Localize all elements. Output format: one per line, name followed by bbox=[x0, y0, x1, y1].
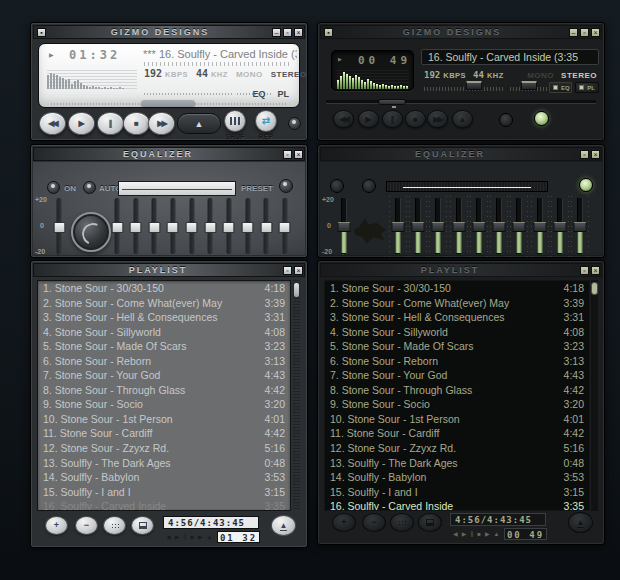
playlist-track-row[interactable]: 11. Stone Sour - Cardiff4:42 bbox=[38, 426, 290, 441]
playlist-track-row[interactable]: 10. Stone Sour - 1st Person4:01 bbox=[38, 412, 290, 427]
preamp-thumb[interactable] bbox=[53, 222, 65, 233]
eq-band-slider[interactable] bbox=[476, 198, 482, 254]
eject-button[interactable]: ▲ bbox=[177, 113, 221, 134]
eq-band-slider[interactable] bbox=[115, 198, 120, 254]
playlist-scroll-thumb[interactable] bbox=[293, 282, 300, 298]
repeat-knob[interactable] bbox=[534, 111, 549, 126]
selection-button[interactable] bbox=[103, 516, 126, 535]
playlist-toggle[interactable]: PL bbox=[575, 82, 599, 93]
menu-icon[interactable]: ▪ bbox=[37, 28, 46, 37]
next-button[interactable]: ▶▶ bbox=[148, 112, 175, 135]
playlist-track-row[interactable]: 15. Soulfly - I and I3:15 bbox=[38, 485, 290, 500]
pause-button[interactable]: ∥ bbox=[382, 110, 403, 128]
eject-button[interactable]: ▲ bbox=[452, 110, 473, 128]
playlist-track-row[interactable]: 5. Stone Sour - Made Of Scars3:23 bbox=[38, 339, 290, 354]
playlist-track-row[interactable]: 4. Stone Sour - Sillyworld4:08 bbox=[38, 325, 290, 340]
playlist-track-row[interactable]: 8. Stone Sour - Through Glass4:42 bbox=[325, 383, 589, 398]
track-title-marquee[interactable]: 16. Soulfly - Carved Inside (3:35 bbox=[421, 49, 599, 65]
playlist-track-row[interactable]: 10. Stone Sour - 1st Person4:01 bbox=[325, 412, 589, 427]
repeat-button[interactable]: ⇄ REP bbox=[252, 110, 280, 140]
mini-eject-icon[interactable]: ▲ bbox=[207, 534, 213, 540]
minimize-icon[interactable]: – bbox=[272, 28, 281, 37]
playlist-track-row[interactable]: 2. Stone Sour - Come What(ever) May3:39 bbox=[38, 296, 290, 311]
mini-next-icon[interactable]: ▶ bbox=[198, 534, 203, 540]
eq-band-slider[interactable] bbox=[395, 198, 401, 254]
pause-button[interactable]: ∥ bbox=[97, 112, 124, 135]
eq-band-slider[interactable] bbox=[456, 198, 462, 254]
right-main-titlebar[interactable]: ▪ GIZMO DESIGNS – ▫ × bbox=[320, 25, 602, 39]
mini-transport[interactable]: ◀▶∥■▶▲ bbox=[453, 531, 499, 537]
playlist-track-row[interactable]: 9. Stone Sour - Socio3:20 bbox=[325, 397, 589, 412]
remove-button[interactable]: − bbox=[362, 513, 386, 532]
shuffle-knob[interactable] bbox=[499, 113, 513, 127]
eq-band-slider[interactable] bbox=[170, 198, 175, 254]
eq-on-knob[interactable] bbox=[47, 181, 60, 194]
playlist-track-row[interactable]: 9. Stone Sour - Socio3:20 bbox=[38, 397, 290, 412]
eq-auto-knob[interactable] bbox=[362, 179, 376, 193]
playlist-track-row[interactable]: 2. Stone Sour - Come What(ever) May3:39 bbox=[325, 296, 589, 311]
playlist-track-row[interactable]: 12. Stone Sour - Zzyxz Rd.5:16 bbox=[38, 441, 290, 456]
mini-stop-icon[interactable]: ■ bbox=[190, 534, 194, 540]
playlist-track-row[interactable]: 7. Stone Sour - Your God4:43 bbox=[325, 368, 589, 383]
spectrum-analyzer[interactable] bbox=[337, 70, 409, 89]
playlist-track-row[interactable]: 16. Soulfly - Carved Inside3:35 bbox=[38, 499, 290, 511]
mini-stop-icon[interactable]: ■ bbox=[477, 531, 481, 537]
eq-band-slider[interactable] bbox=[189, 198, 194, 254]
eq-band-slider[interactable] bbox=[264, 198, 269, 254]
eq-toggle[interactable]: EQ bbox=[252, 89, 265, 99]
left-main-titlebar[interactable]: ▪ GIZMO DESIGNS – ▫ × bbox=[33, 25, 305, 39]
windowshade-icon[interactable]: ▫ bbox=[580, 150, 589, 159]
eq-preset-knob[interactable] bbox=[279, 179, 293, 193]
seek-thumb[interactable] bbox=[141, 100, 195, 107]
preamp-slider[interactable] bbox=[336, 198, 352, 268]
windowshade-icon[interactable]: ▫ bbox=[580, 266, 589, 275]
windowshade-icon[interactable]: ▫ bbox=[580, 28, 589, 37]
list-options-button[interactable] bbox=[418, 513, 442, 532]
balance-slider[interactable] bbox=[510, 83, 548, 91]
playlist-track-row[interactable]: 13. Soulfly - The Dark Ages0:48 bbox=[38, 456, 290, 471]
playlist-track-row[interactable]: 3. Stone Sour - Hell & Consequences3:31 bbox=[325, 310, 589, 325]
seek-bar[interactable] bbox=[51, 101, 287, 106]
close-icon[interactable]: × bbox=[294, 28, 303, 37]
left-eq-titlebar[interactable]: EQUALIZER ▫ × bbox=[33, 147, 305, 161]
eq-toggle[interactable]: EQ bbox=[549, 82, 572, 93]
close-icon[interactable]: × bbox=[294, 150, 303, 159]
preamp-slider[interactable] bbox=[51, 198, 67, 268]
mini-eject-icon[interactable]: ▲ bbox=[494, 531, 500, 537]
playlist-track-row[interactable]: 6. Stone Sour - Reborn3:13 bbox=[38, 354, 290, 369]
eq-band-slider[interactable] bbox=[152, 198, 157, 254]
previous-button[interactable]: ◀◀ bbox=[333, 110, 354, 128]
selection-button[interactable] bbox=[390, 513, 414, 532]
eq-band-slider[interactable] bbox=[282, 198, 287, 254]
eq-band-slider[interactable] bbox=[496, 198, 502, 254]
minimize-icon[interactable]: – bbox=[569, 28, 578, 37]
volume-slider[interactable] bbox=[144, 91, 232, 97]
eq-band-slider[interactable] bbox=[537, 198, 543, 254]
eq-band-slider[interactable] bbox=[435, 198, 441, 254]
right-eq-titlebar[interactable]: EQUALIZER ▫ × bbox=[320, 147, 602, 161]
remove-button[interactable]: − bbox=[75, 516, 98, 535]
right-playlist-titlebar[interactable]: PLAYLIST ▫ × bbox=[320, 263, 602, 277]
mini-prev-icon[interactable]: ◀ bbox=[166, 534, 171, 540]
playlist-track-row[interactable]: 11. Stone Sour - Cardiff4:42 bbox=[325, 426, 589, 441]
playlist-track-row[interactable]: 7. Stone Sour - Your God4:43 bbox=[38, 368, 290, 383]
playlist-scrollbar[interactable] bbox=[591, 280, 598, 511]
shuffle-button[interactable]: SHUF bbox=[221, 110, 249, 140]
playlist-scrollbar[interactable] bbox=[293, 280, 300, 511]
eq-on-knob[interactable] bbox=[330, 179, 344, 193]
eq-band-slider[interactable] bbox=[245, 198, 250, 254]
eq-band-slider[interactable] bbox=[133, 198, 138, 254]
playlist-track-row[interactable]: 15. Soulfly - I and I3:15 bbox=[325, 485, 589, 500]
playlist-track-row[interactable]: 4. Stone Sour - Sillyworld4:08 bbox=[325, 325, 589, 340]
close-icon[interactable]: × bbox=[591, 266, 600, 275]
mini-play-icon[interactable]: ▶ bbox=[175, 534, 180, 540]
eq-band-slider[interactable] bbox=[577, 198, 583, 254]
eq-auto-knob[interactable] bbox=[83, 181, 96, 194]
add-button[interactable]: + bbox=[332, 513, 356, 532]
close-icon[interactable]: × bbox=[294, 266, 303, 275]
close-icon[interactable]: × bbox=[591, 28, 600, 37]
playlist-track-row[interactable]: 14. Soulfly - Babylon3:53 bbox=[38, 470, 290, 485]
add-button[interactable]: + bbox=[45, 516, 68, 535]
mini-next-icon[interactable]: ▶ bbox=[485, 531, 490, 537]
seek-thumb[interactable] bbox=[378, 99, 406, 105]
